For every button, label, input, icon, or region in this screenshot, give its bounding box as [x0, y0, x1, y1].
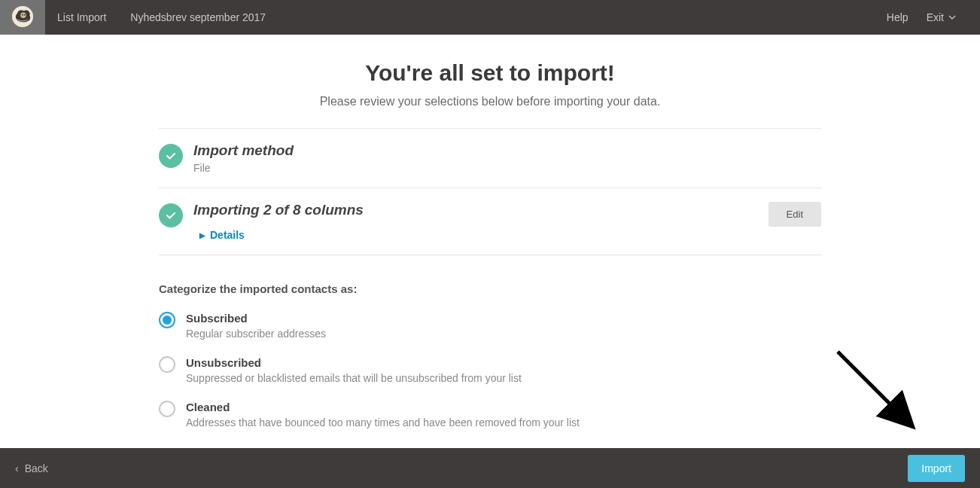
import-method-title: Import method	[193, 142, 821, 159]
radio-option-unsubscribed[interactable]: Unsubscribed Suppressed or blacklisted e…	[159, 356, 821, 384]
categorize-heading: Categorize the imported contacts as:	[159, 282, 821, 295]
brand-logo[interactable]	[0, 0, 45, 35]
svg-point-3	[24, 14, 26, 15]
review-container: Import method File Importing 2 of 8 colu…	[159, 128, 821, 429]
radio-option-cleaned[interactable]: Cleaned Addresses that have bounced too …	[159, 401, 821, 429]
categorize-block: Categorize the imported contacts as: Sub…	[159, 255, 821, 429]
columns-title: Importing 2 of 8 columns	[193, 202, 758, 218]
radio-button[interactable]	[159, 356, 175, 373]
chevron-left-icon: ‹	[15, 462, 19, 474]
topbar-right: Help Exit	[878, 0, 980, 35]
radio-body: Unsubscribed Suppressed or blacklisted e…	[186, 356, 522, 384]
import-method-value: File	[193, 162, 821, 174]
main-content: You're all set to import! Please review …	[0, 35, 980, 448]
back-button-text: Back	[25, 462, 48, 474]
topbar-page-label[interactable]: List Import	[45, 11, 118, 23]
radio-body: Cleaned Addresses that have bounced too …	[186, 401, 580, 429]
details-link-text: Details	[210, 229, 245, 241]
radio-button[interactable]	[159, 401, 175, 417]
exit-link[interactable]: Exit	[918, 11, 965, 23]
help-link-text: Help	[887, 11, 908, 23]
mailchimp-logo-icon	[11, 5, 34, 30]
section-columns: Importing 2 of 8 columns ▶ Details Edit	[159, 188, 821, 255]
exit-link-text: Exit	[927, 11, 944, 23]
radio-description: Regular subscriber addresses	[186, 328, 326, 340]
page-title: You're all set to import!	[0, 60, 980, 86]
section-import-method: Import method File	[159, 128, 821, 188]
edit-wrap: Edit	[768, 202, 821, 227]
radio-label: Unsubscribed	[186, 356, 522, 369]
section-body: Importing 2 of 8 columns ▶ Details	[193, 202, 758, 241]
page-subtitle: Please review your selections below befo…	[0, 95, 980, 108]
radio-body: Subscribed Regular subscriber addresses	[186, 312, 326, 340]
radio-label: Cleaned	[186, 401, 580, 413]
radio-label: Subscribed	[186, 312, 326, 325]
topbar: List Import Nyhedsbrev september 2017 He…	[0, 0, 980, 35]
chevron-right-icon: ▶	[199, 231, 205, 239]
radio-button[interactable]	[159, 312, 175, 328]
check-icon	[159, 203, 183, 227]
back-button[interactable]: ‹ Back	[15, 462, 48, 474]
topbar-list-name-text: Nyhedsbrev september 2017	[130, 11, 266, 23]
bottombar: ‹ Back Import	[0, 448, 980, 488]
svg-point-2	[22, 14, 23, 15]
topbar-page-label-text: List Import	[57, 11, 106, 23]
edit-button[interactable]: Edit	[768, 202, 821, 227]
topbar-list-name[interactable]: Nyhedsbrev september 2017	[118, 11, 278, 23]
radio-dot-icon	[163, 316, 172, 325]
details-link[interactable]: ▶ Details	[199, 229, 245, 241]
help-link[interactable]: Help	[878, 11, 918, 23]
topbar-left: List Import Nyhedsbrev september 2017	[45, 0, 278, 35]
chevron-down-icon	[948, 11, 956, 23]
radio-description: Addresses that have bounced too many tim…	[186, 416, 580, 429]
check-icon	[159, 144, 183, 168]
radio-description: Suppressed or blacklisted emails that wi…	[186, 372, 522, 384]
radio-option-subscribed[interactable]: Subscribed Regular subscriber addresses	[159, 312, 821, 340]
section-body: Import method File	[193, 142, 821, 174]
import-button[interactable]: Import	[908, 455, 965, 482]
